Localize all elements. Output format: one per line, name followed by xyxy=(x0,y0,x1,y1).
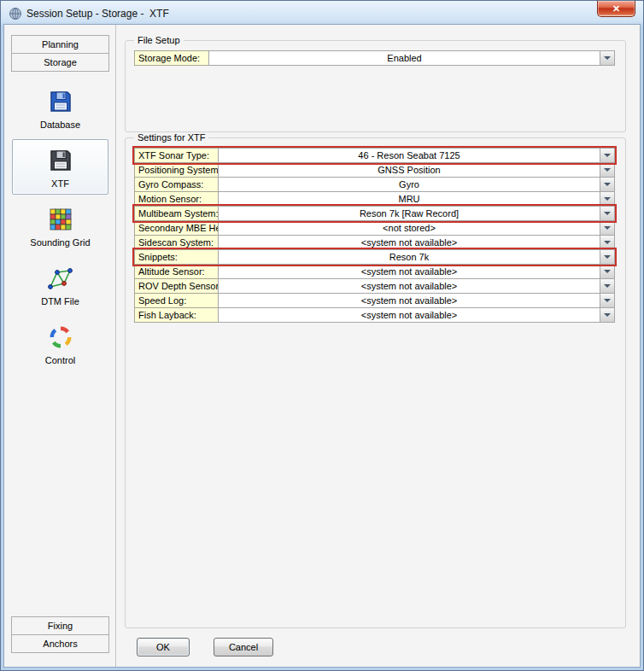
session-setup-window: Session Setup - Storage - XTF ✕ Planning… xyxy=(0,0,644,671)
setting-label: Multibeam System: xyxy=(134,206,219,221)
setting-label: Gyro Compass: xyxy=(134,177,219,192)
setting-value: 46 - Reson Seabat 7125 xyxy=(219,149,600,162)
cancel-button[interactable]: Cancel xyxy=(214,638,273,656)
setting-value: Enabled xyxy=(209,51,600,65)
chevron-down-icon xyxy=(604,168,611,172)
setting-label: Altitude Sensor: xyxy=(134,264,219,279)
dropdown-arrow-button[interactable] xyxy=(600,250,614,264)
sidebar-item-label: Database xyxy=(40,120,80,130)
chevron-down-icon xyxy=(604,183,611,186)
setting-label: Motion Sensor: xyxy=(134,191,219,207)
window-title: Session Setup - Storage - XTF xyxy=(26,8,169,20)
dropdown-arrow-button[interactable] xyxy=(600,221,614,235)
setting-dropdown[interactable]: Reson 7k xyxy=(218,249,615,265)
setting-label: Snippets: xyxy=(134,249,219,265)
titlebar[interactable]: Session Setup - Storage - XTF ✕ xyxy=(3,1,641,24)
setting-dropdown[interactable]: <system not available> xyxy=(218,278,615,294)
setting-dropdown[interactable]: <system not available> xyxy=(218,235,615,250)
setting-row: Snippets: Reson 7k xyxy=(134,249,615,265)
setting-value: <system not available> xyxy=(219,279,600,293)
setting-row: Storage Mode: Enabled xyxy=(134,50,615,66)
setting-row: Sidescan System: <system not available> xyxy=(134,235,615,250)
ok-button[interactable]: OK xyxy=(137,638,190,656)
sidebar-button-planning[interactable]: Planning xyxy=(11,35,109,54)
chevron-down-icon xyxy=(604,313,611,317)
footer: OK Cancel xyxy=(125,628,626,667)
dtm-file-icon xyxy=(47,265,74,292)
setting-dropdown[interactable]: Reson 7k [Raw Record] xyxy=(218,206,615,221)
app-icon xyxy=(9,7,22,20)
sidebar-button-anchors[interactable]: Anchors xyxy=(11,634,109,653)
chevron-down-icon xyxy=(604,255,611,259)
chevron-down-icon xyxy=(604,226,611,230)
setting-dropdown[interactable]: MRU xyxy=(218,191,615,207)
dropdown-arrow-button[interactable] xyxy=(600,163,614,177)
sounding-grid-icon xyxy=(47,206,74,233)
setting-value: <not stored> xyxy=(219,221,600,235)
settings-rows: XTF Sonar Type: 46 - Reson Seabat 7125 P… xyxy=(134,146,615,323)
dropdown-arrow-button[interactable] xyxy=(600,149,614,162)
setting-row: Altitude Sensor: <system not available> xyxy=(134,264,615,279)
setting-row: Speed Log: <system not available> xyxy=(134,293,615,308)
setting-value: <system not available> xyxy=(219,265,600,278)
sidebar-button-storage[interactable]: Storage xyxy=(11,53,109,72)
setting-dropdown[interactable]: Enabled xyxy=(208,50,615,66)
setting-value: <system not available> xyxy=(219,236,600,249)
setting-label: Storage Mode: xyxy=(134,50,209,66)
setting-dropdown[interactable]: <not stored> xyxy=(218,220,615,236)
settings-legend: Settings for XTF xyxy=(134,132,208,143)
setting-dropdown[interactable]: <system not available> xyxy=(218,293,615,308)
setting-dropdown[interactable]: <system not available> xyxy=(218,264,615,279)
settings-group: Settings for XTF XTF Sonar Type: 46 - Re… xyxy=(125,132,626,628)
sidebar-spacer xyxy=(11,373,109,616)
dropdown-arrow-button[interactable] xyxy=(600,236,614,249)
setting-dropdown[interactable]: Gyro xyxy=(218,177,615,192)
setting-row: Motion Sensor: MRU xyxy=(134,191,615,207)
chevron-down-icon xyxy=(604,241,611,244)
setting-label: Speed Log: xyxy=(134,293,219,308)
setting-dropdown[interactable]: GNSS Position xyxy=(218,162,615,178)
file-setup-rows: Storage Mode: Enabled xyxy=(134,49,615,66)
sidebar-item-label: DTM File xyxy=(41,296,79,306)
setting-label: Fish Layback: xyxy=(134,307,219,323)
sidebar-item-xtf[interactable]: XTF xyxy=(12,139,108,195)
setting-dropdown[interactable]: 46 - Reson Seabat 7125 xyxy=(218,148,615,163)
setting-label: Secondary MBE Head: xyxy=(134,220,219,236)
dropdown-arrow-button[interactable] xyxy=(600,265,614,278)
setting-value: MRU xyxy=(219,192,600,206)
dropdown-arrow-button[interactable] xyxy=(600,308,614,322)
setting-row: Gyro Compass: Gyro xyxy=(134,177,615,192)
setting-dropdown[interactable]: <system not available> xyxy=(218,307,615,323)
setting-value: GNSS Position xyxy=(219,163,600,177)
dropdown-arrow-button[interactable] xyxy=(600,192,614,206)
dropdown-arrow-button[interactable] xyxy=(600,279,614,293)
sidebar-item-database[interactable]: Database xyxy=(12,80,108,136)
setting-value: <system not available> xyxy=(219,308,600,322)
control-icon xyxy=(47,324,74,351)
close-button[interactable]: ✕ xyxy=(597,1,635,17)
setting-label: XTF Sonar Type: xyxy=(134,148,219,163)
sidebar-item-dtm-file[interactable]: DTM File xyxy=(12,257,108,312)
dropdown-arrow-button[interactable] xyxy=(600,294,614,307)
dropdown-arrow-button[interactable] xyxy=(600,207,614,220)
sidebar-item-label: Control xyxy=(45,355,75,365)
database-icon xyxy=(47,88,74,115)
sidebar-button-fixing[interactable]: Fixing xyxy=(11,616,109,635)
sidebar-item-sounding-grid[interactable]: Sounding Grid xyxy=(12,198,108,254)
setting-row: Multibeam System: Reson 7k [Raw Record] xyxy=(134,206,615,221)
setting-value: Reson 7k xyxy=(219,250,600,264)
main-panel: File Setup Storage Mode: Enabled Setting… xyxy=(115,25,640,667)
sidebar-top-buttons: Planning Storage xyxy=(11,35,109,72)
close-icon: ✕ xyxy=(612,3,620,14)
sidebar-bottom-buttons: Fixing Anchors xyxy=(11,616,109,653)
chevron-down-icon xyxy=(604,56,611,60)
dropdown-arrow-button[interactable] xyxy=(600,178,614,191)
chevron-down-icon xyxy=(604,197,611,201)
sidebar-item-control[interactable]: Control xyxy=(12,316,108,371)
file-setup-group: File Setup Storage Mode: Enabled xyxy=(125,35,626,132)
dropdown-arrow-button[interactable] xyxy=(600,51,614,65)
setting-label: Sidescan System: xyxy=(134,235,219,250)
setting-label: ROV Depth Sensor: xyxy=(134,278,219,294)
setting-row: Fish Layback: <system not available> xyxy=(134,307,615,323)
client-area: Planning Storage Da xyxy=(3,24,641,668)
